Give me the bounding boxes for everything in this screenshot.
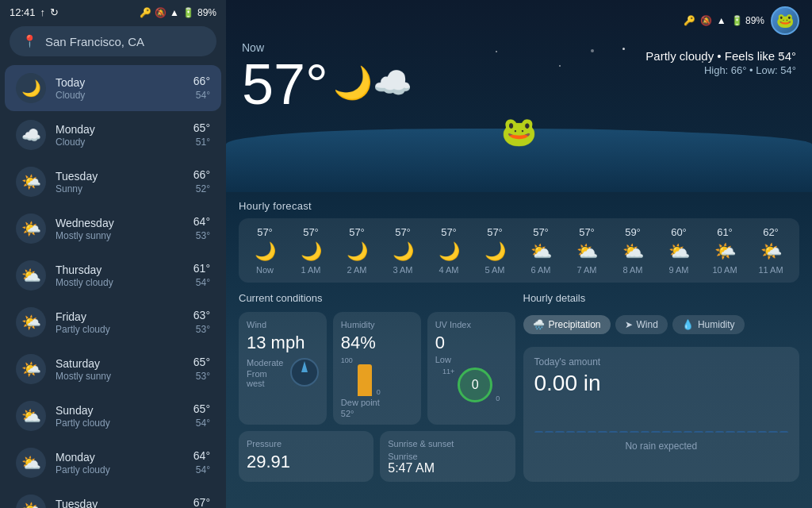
day-info: Friday Partly cloudy [56,310,193,335]
hour-icon: ⛅ [576,241,598,262]
rain-bar-9 [630,431,638,433]
day-condition: Partly cloudy [56,418,193,429]
wind-from: From west [247,369,284,388]
pressure-label: Pressure [247,439,366,448]
day-temps: 66° 54° [193,74,210,102]
hour-label: 10 AM [712,265,737,275]
sunrise-label: Sunrise & sunset [388,439,507,448]
rain-bar-17 [715,431,724,433]
day-icon: 🌤️ [16,167,46,197]
uv-label: UV Index [435,320,508,329]
conditions-title: Current conditions [239,292,515,304]
day-icon: 🌙 [16,73,46,103]
time-display: 12:41 [10,6,36,18]
no-rain-text: No rain expected [534,441,789,452]
location-search[interactable]: 📍 San Francisco, CA [10,26,216,56]
day-info: Monday Cloudy [56,123,193,148]
sunrise-card: Sunrise & sunset Sunrise 5:47 AM [380,431,515,482]
sidebar: 12:41 ↑ ↻ 🔑 🔕 ▲ 🔋 89% 📍 San Francisco, C… [0,0,226,508]
day-info: Today Cloudy [56,76,193,101]
tab-humidity[interactable]: 💧Humidity [672,315,745,334]
hour-icon: ⛅ [530,241,552,262]
day-lo: 52° [193,183,210,196]
humidity-card: Humidity 84% 100 0 Dew point 52° [333,312,421,425]
day-item-saturday-6[interactable]: 🌤️ Saturday Mostly sunny 65° 53° [5,346,221,392]
system-icons: 🔑 🔕 ▲ 🔋 89% [684,15,764,26]
day-name: Saturday [56,357,193,370]
uv-scale-top: 11+ [442,368,454,375]
hourly-scroll[interactable]: 57° 🌙 Now 57° 🌙 1 AM 57° 🌙 2 AM 57° 🌙 3 … [239,218,799,283]
day-condition: Mostly sunny [56,371,193,382]
day-condition: Partly cloudy [56,464,193,475]
day-temps: 64° 54° [193,448,210,477]
day-item-monday-8[interactable]: ⛅ Monday Partly cloudy 64° 54° [5,440,221,486]
day-item-wednesday-3[interactable]: 🌤️ Wednesday Mostly sunny 64° 53° [5,206,221,252]
status-icon-1: 🔑 [684,15,695,26]
day-hi: 65° [193,355,210,371]
user-avatar[interactable]: 🐸 [771,6,799,35]
rain-bar-3 [566,431,575,433]
day-item-monday-1[interactable]: ☁️ Monday Cloudy 65° 51° [5,112,221,158]
mute-icon: 🔕 [155,7,167,18]
hour-icon: 🌙 [393,241,414,262]
uv-scale-bottom: 0 [496,394,500,402]
day-icon: ☁️ [16,120,46,150]
day-item-today-0[interactable]: 🌙 Today Cloudy 66° 54° [5,65,221,111]
rain-bar-6 [598,431,607,433]
hour-icon: 🌙 [255,241,276,262]
day-name: Wednesday [56,217,193,229]
day-hi: 64° [193,448,210,464]
day-lo: 54° [193,464,210,477]
hour-label: 3 AM [393,265,412,275]
refresh-icon: ↻ [50,6,59,18]
day-item-sunday-7[interactable]: ⛅ Sunday Partly cloudy 65° 54° [5,393,221,439]
hour-item-12: 63° 🌤️ 12 PM [795,226,799,275]
hour-label: 6 AM [530,265,550,275]
tab-precipitation[interactable]: 🌧️Precipitation [523,315,611,334]
day-info: Wednesday Mostly sunny [56,217,193,241]
humidity-value: 84% [341,333,413,353]
day-item-tuesday-9[interactable]: 🌤️ Tuesday Mostly sunny 67° 55° [5,487,221,508]
details-tabs: 🌧️Precipitation➤Wind💧Humidity [523,315,800,334]
day-temps: 66° 52° [193,167,210,196]
day-lo: 53° [193,229,210,243]
location-text: San Francisco, CA [45,35,144,48]
conditions-row2: Pressure 29.91 Sunrise & sunset Sunrise … [239,431,515,482]
day-lo: 54° [193,89,210,102]
hourly-forecast-title: Hourly forecast [239,200,799,212]
hour-icon: 🌙 [485,241,506,262]
hour-icon: 🌙 [439,241,460,262]
day-icon: 🌤️ [16,214,46,244]
uv-circle-wrap: 11+ 0 0 [435,368,508,402]
day-item-friday-5[interactable]: 🌤️ Friday Partly cloudy 63° 53° [5,299,221,345]
hour-item-4: 57° 🌙 4 AM [427,226,470,275]
hour-label: Now [256,265,274,275]
rain-bar-10 [641,431,649,433]
day-condition: Cloudy [56,90,193,101]
day-list: 🌙 Today Cloudy 66° 54° ☁️ Monday Cloudy … [0,64,226,508]
day-item-thursday-4[interactable]: ⛅ Thursday Mostly cloudy 61° 54° [5,252,221,298]
uv-circle: 0 [458,368,492,402]
rain-bar-20 [747,431,756,433]
tab-wind[interactable]: ➤Wind [615,315,668,334]
bottom-grid: Current conditions Wind 13 mph Moderate … [239,292,799,482]
day-info: Saturday Mostly sunny [56,357,193,382]
day-hi: 66° [193,167,210,183]
status-left: 12:41 ↑ ↻ [10,6,59,18]
rain-bar-11 [651,431,660,433]
amount-label: Today's amount [534,356,789,368]
top-bar: 🔑 🔕 ▲ 🔋 89% 🐸 [226,0,812,41]
day-hi: 65° [193,121,210,137]
day-item-tuesday-2[interactable]: 🌤️ Tuesday Sunny 66° 52° [5,159,221,205]
day-temps: 65° 51° [193,121,210,149]
weather-description: Partly cloudy • Feels like 54° High: 66°… [645,49,796,76]
day-name: Thursday [56,264,193,276]
day-hi: 65° [193,402,210,418]
uv-card: UV Index 0 Low 11+ 0 0 [427,312,515,425]
hourly-details-title: Hourly details [523,292,800,304]
hour-temp: 61° [717,226,733,238]
day-lo: 53° [193,323,210,337]
ocean-scene: 🐸 [226,105,812,192]
upload-icon: ↑ [40,6,46,18]
compass-arrow [301,361,308,372]
